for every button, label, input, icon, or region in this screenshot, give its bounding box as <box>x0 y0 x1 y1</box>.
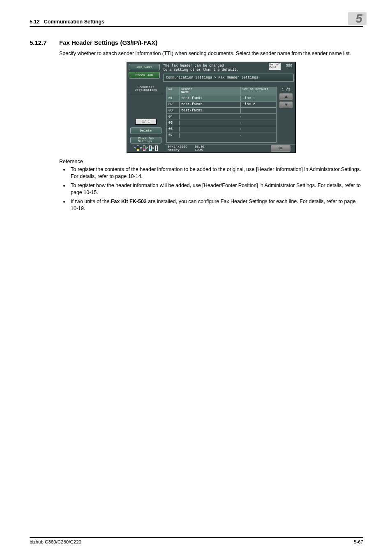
cell-no: 03 <box>167 108 180 113</box>
svg-marker-1 <box>285 104 288 106</box>
cell-sender: test-fax01 <box>180 96 241 101</box>
page-header: 5.12 Communication Settings 5 <box>30 12 363 27</box>
cell-default <box>241 129 276 130</box>
cell-no: 07 <box>167 133 180 138</box>
section-heading: 5.12.7 Fax Header Settings (G3/IP/I-FAX) <box>30 39 363 46</box>
pager-indicator: 1 /3 <box>282 88 290 92</box>
cell-sender <box>180 129 241 130</box>
list-item: If two units of the Fax Kit FK-502 are i… <box>69 198 363 213</box>
dest-count-value: 000 <box>286 64 292 68</box>
chapter-badge: 5 <box>348 12 367 25</box>
dest-count-label: No. of Dest. <box>269 63 281 70</box>
check-job-settings-button[interactable]: Check Job Settings <box>130 137 161 143</box>
table-row[interactable]: 02test-fax02Line 2 <box>167 101 276 107</box>
cell-sender <box>180 123 241 123</box>
sender-table: No. Sender Name Set as Default 01test-fa… <box>166 87 277 143</box>
header-section: 5.12 Communication Settings <box>30 19 104 25</box>
cell-default <box>241 116 276 117</box>
cell-no: 05 <box>167 120 180 125</box>
section-number: 5.12.7 <box>30 39 59 46</box>
device-screenshot: Job List Check Job The fax header can be… <box>127 62 296 153</box>
cell-default: Line 2 <box>241 102 276 107</box>
toner-black-icon <box>155 146 158 151</box>
footer-page-number: 5-67 <box>354 539 363 544</box>
cell-no: 01 <box>167 96 180 101</box>
reference-heading: Reference <box>59 159 363 164</box>
footer-model: bizhub C360/C280/C220 <box>30 539 81 544</box>
cell-no: 04 <box>167 114 180 119</box>
toner-magenta-icon <box>143 146 145 151</box>
list-item: To register the contents of the header i… <box>69 166 363 180</box>
cell-default: Line 1 <box>241 96 276 101</box>
ok-button[interactable]: OK <box>271 145 291 152</box>
page-footer: bizhub C360/C280/C220 5-67 <box>30 537 363 544</box>
delete-button[interactable]: Delete <box>130 127 161 134</box>
table-row[interactable]: 03test-fax03 <box>167 107 276 113</box>
svg-marker-0 <box>285 95 288 98</box>
intro-paragraph: Specify whether to attach sender informa… <box>59 50 363 58</box>
cell-sender: test-fax03 <box>180 108 241 113</box>
table-row[interactable]: 01test-fax01Line 1 <box>167 95 276 101</box>
status-datetime: 04/14/2009Memory <box>168 145 195 153</box>
col-default: Set as Default <box>241 87 276 95</box>
left-page-indicator: 1/ 1 <box>135 119 157 125</box>
breadcrumb: Communication Settings > Fax Header Sett… <box>163 74 294 82</box>
check-job-button[interactable]: Check Job <box>129 72 160 79</box>
table-row[interactable]: 07 <box>167 132 276 138</box>
cell-no: 02 <box>167 102 180 107</box>
cell-default <box>241 123 276 123</box>
col-no: No. <box>167 87 180 95</box>
reference-list: To register the contents of the header i… <box>59 166 363 213</box>
cell-default <box>241 135 276 136</box>
list-item: To register how the header information w… <box>69 182 363 197</box>
cell-no: 06 <box>167 127 180 132</box>
table-row[interactable]: 04 <box>167 113 276 120</box>
cell-sender <box>180 116 241 117</box>
cell-sender: test-fax02 <box>180 102 241 107</box>
cell-default <box>241 110 276 111</box>
section-title: Fax Header Settings (G3/IP/I-FAX) <box>59 39 157 46</box>
table-row[interactable]: 06 <box>167 126 276 132</box>
toner-levels: Y M C K <box>127 144 165 153</box>
table-row[interactable]: 05 <box>167 120 276 126</box>
broadcast-destinations-label: Broadcast Destinations <box>129 86 162 94</box>
status-memory: 08:03100% <box>195 145 205 153</box>
toner-yellow-icon <box>137 146 139 151</box>
scroll-down-button[interactable] <box>279 102 293 108</box>
col-sender-name: Sender Name <box>180 87 241 95</box>
job-list-button[interactable]: Job List <box>129 64 160 70</box>
toner-cyan-icon <box>149 146 152 151</box>
scroll-up-button[interactable] <box>279 93 293 100</box>
cell-sender <box>180 135 241 136</box>
